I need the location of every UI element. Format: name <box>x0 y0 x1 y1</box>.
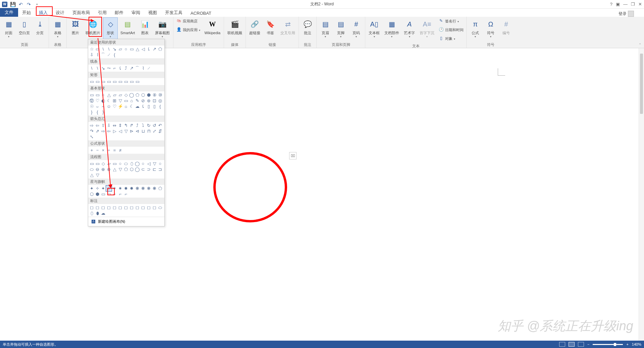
shape-item[interactable]: ☆ <box>89 46 95 52</box>
shape-item[interactable]: ▭ <box>123 98 129 103</box>
shape-item[interactable]: ⤹ <box>146 46 152 52</box>
shape-item[interactable]: ⊳ <box>129 128 135 134</box>
shape-item[interactable]: ◁ <box>146 161 152 166</box>
shape-item[interactable]: ⌐ <box>112 191 117 197</box>
shape-item[interactable]: ⑧ <box>152 92 157 98</box>
shape-item[interactable]: ⤢ <box>152 128 157 134</box>
qat-customize-icon[interactable]: ▾ <box>34 2 40 7</box>
shape-item[interactable]: ⊐ <box>157 166 163 172</box>
shape-item[interactable]: ◻ <box>112 205 117 210</box>
shape-item[interactable]: ⬭ <box>157 205 163 210</box>
shape-item[interactable]: ⬯ <box>89 210 95 216</box>
online-video-button[interactable]: 🎬联机视频 <box>225 17 244 37</box>
shape-item[interactable]: ◁ <box>140 46 146 52</box>
shape-item[interactable]: ⟋ <box>146 65 152 71</box>
shape-item[interactable]: ▭ <box>89 161 95 166</box>
shape-item[interactable]: ↺ <box>152 123 157 128</box>
shape-item[interactable]: ◎ <box>157 98 163 103</box>
collapse-ribbon-icon[interactable]: ⌃ <box>639 43 641 47</box>
tab-design[interactable]: 设计 <box>52 9 68 17</box>
shape-item[interactable]: ÷ <box>106 147 112 153</box>
shape-item[interactable]: ○ <box>100 92 106 98</box>
shape-item[interactable]: ○ <box>123 46 129 52</box>
tab-view[interactable]: 视图 <box>144 9 161 17</box>
tab-review[interactable]: 审阅 <box>127 9 144 17</box>
shape-item[interactable]: ⇵ <box>157 128 163 134</box>
shape-item[interactable]: ⇗ <box>95 128 100 134</box>
print-layout-icon[interactable] <box>569 342 575 347</box>
redo-icon[interactable]: ↷ <box>26 2 32 7</box>
shape-item[interactable]: ▽ <box>123 128 129 134</box>
shape-item[interactable]: ✹ <box>129 186 135 191</box>
shape-item[interactable]: ☾ <box>129 103 135 109</box>
shape-item[interactable]: ⤹ <box>140 103 146 109</box>
shape-item[interactable]: ⑫ <box>89 98 95 103</box>
shape-item[interactable]: ▯ <box>152 103 157 109</box>
shape-item[interactable]: ⬠ <box>157 186 163 191</box>
footer-button[interactable]: ▤页脚 <box>333 17 348 40</box>
shape-item[interactable]: ⊖ <box>95 166 100 172</box>
shape-item[interactable]: ◯ <box>135 161 140 166</box>
undo-icon[interactable]: ↶ <box>18 2 23 7</box>
shape-item[interactable]: ⊘ <box>140 98 146 103</box>
shape-item[interactable]: ≠ <box>117 147 123 153</box>
shape-item[interactable]: ▽ <box>117 98 123 103</box>
shape-item[interactable]: ⌇ <box>140 65 146 71</box>
shape-item[interactable]: ⤳ <box>106 65 112 71</box>
shape-item[interactable]: } <box>89 109 95 115</box>
zoom-in-icon[interactable]: + <box>626 342 628 346</box>
shape-item[interactable]: ▷ <box>112 128 117 134</box>
shape-item[interactable]: \ <box>100 46 106 52</box>
shape-item[interactable]: ❋ <box>140 186 146 191</box>
dropcap-button[interactable]: A≡首字下沉 <box>418 17 436 40</box>
cover-page-button[interactable]: ▦封面 <box>1 17 16 40</box>
smartart-button[interactable]: ▤SmartArt <box>118 17 137 37</box>
shape-item[interactable]: ⟋ <box>106 52 112 58</box>
zoom-out-icon[interactable]: − <box>587 342 589 346</box>
shape-item[interactable]: ⊏ <box>152 166 157 172</box>
shape-item[interactable]: ↶ <box>157 123 163 128</box>
shape-item[interactable]: ⇔ <box>112 123 117 128</box>
shape-item[interactable]: ▭ <box>135 79 140 84</box>
shape-item[interactable]: ⬠ <box>157 46 163 52</box>
shape-item[interactable]: ○ <box>140 161 146 166</box>
shape-item[interactable]: ◁ <box>117 128 123 134</box>
shape-item[interactable]: { <box>157 103 163 109</box>
shape-item[interactable]: ⌐ <box>112 65 117 71</box>
shape-item[interactable]: ✸ <box>123 186 129 191</box>
shape-item[interactable]: ⬡ <box>129 166 135 172</box>
shape-item[interactable]: ▭ <box>106 79 112 84</box>
shape-item[interactable]: ▭ <box>95 92 100 98</box>
object-button[interactable]: ▯对象▾ <box>437 35 465 43</box>
shape-item[interactable]: ◻ <box>95 205 100 210</box>
online-pictures-button[interactable]: 🌐联机图片 <box>84 17 102 37</box>
shape-item[interactable]: − <box>95 147 100 153</box>
app-store-button[interactable]: 🛍应用商店 <box>175 17 202 25</box>
shape-item[interactable]: ↰ <box>123 123 129 128</box>
shape-item[interactable]: △ <box>112 166 117 172</box>
minimize-icon[interactable]: — <box>623 2 628 7</box>
page-break-button[interactable]: ⤓分页 <box>33 17 47 37</box>
shape-item[interactable]: ○ <box>117 161 123 166</box>
shape-item[interactable]: ⬭ <box>123 161 129 166</box>
close-icon[interactable]: ✕ <box>638 2 642 7</box>
shape-item[interactable]: ◇ <box>123 92 129 98</box>
number-button[interactable]: #编号 <box>499 17 514 37</box>
inserted-oval-shape[interactable] <box>213 152 287 222</box>
tab-developer[interactable]: 开发工具 <box>161 9 186 17</box>
ribbon-options-icon[interactable]: ▣ <box>616 2 620 7</box>
bookmark-button[interactable]: 🔖书签 <box>263 17 278 37</box>
shape-item[interactable]: ⚡ <box>117 103 123 109</box>
shape-item[interactable]: ▱ <box>117 92 123 98</box>
shape-item[interactable]: ⑩ <box>157 92 163 98</box>
shape-item[interactable]: ❋ <box>146 186 152 191</box>
shape-item[interactable]: ▱ <box>112 92 117 98</box>
blank-page-button[interactable]: ▯空白页 <box>17 17 32 37</box>
shape-item[interactable]: ◻ <box>106 205 112 210</box>
shape-item[interactable]: + <box>89 147 95 153</box>
new-canvas-button[interactable]: 🅰 新建绘图画布(N) <box>88 217 164 226</box>
tab-insert[interactable]: 插入 <box>35 9 52 17</box>
shape-item[interactable]: ◻ <box>100 205 106 210</box>
shape-item[interactable]: ▽ <box>117 166 123 172</box>
header-button[interactable]: ▤页眉 <box>318 17 333 40</box>
